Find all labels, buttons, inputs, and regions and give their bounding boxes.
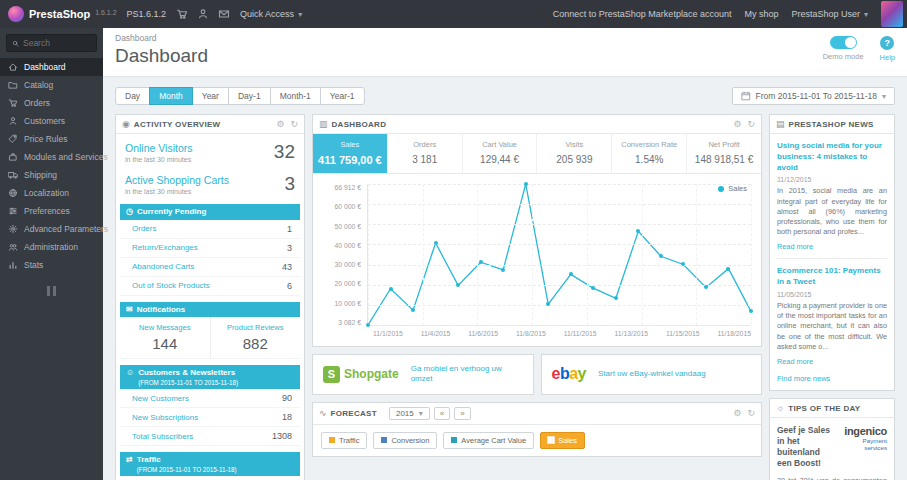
kpi-net-profit[interactable]: Net Profit 148 918,51 € bbox=[687, 134, 761, 173]
sidebar-item-price-rules[interactable]: Price Rules bbox=[0, 130, 103, 148]
new-subscriptions-link[interactable]: New Subscriptions bbox=[132, 413, 198, 422]
sidebar-item-label: Preferences bbox=[24, 206, 70, 216]
read-more-link[interactable]: Read more bbox=[777, 242, 813, 251]
pending-returns-link[interactable]: Return/Exchanges bbox=[132, 243, 198, 252]
user-menu[interactable]: PrestaShop User ▾ bbox=[791, 9, 868, 19]
filter-day-button[interactable]: Day bbox=[115, 87, 150, 105]
news-article-title[interactable]: Ecommerce 101: Payments in a Tweet bbox=[777, 266, 887, 288]
forecast-legend-traffic[interactable]: Traffic bbox=[321, 432, 367, 449]
ebay-link[interactable]: Start uw eBay-winkel vandaag bbox=[598, 369, 706, 379]
forecast-prev-button[interactable]: « bbox=[434, 407, 450, 420]
data-point[interactable] bbox=[546, 302, 550, 306]
data-point[interactable] bbox=[389, 287, 393, 291]
user-avatar[interactable] bbox=[881, 1, 903, 27]
panel-settings-icon[interactable]: ⚙ bbox=[733, 408, 741, 418]
gridline bbox=[751, 184, 752, 325]
find-more-news-link[interactable]: Find more news bbox=[777, 374, 887, 383]
panel-refresh-icon[interactable]: ↻ bbox=[747, 408, 755, 418]
orders-notifications-button[interactable] bbox=[176, 8, 188, 20]
kpi-visits[interactable]: Visits 205 939 bbox=[537, 134, 612, 173]
data-point[interactable] bbox=[681, 262, 685, 266]
chart-legend[interactable]: Sales bbox=[718, 184, 747, 193]
forecast-legend-conversion[interactable]: Conversion bbox=[373, 432, 437, 449]
kpi-conversion-rate[interactable]: Conversion Rate 1.54% bbox=[612, 134, 687, 173]
filter-month-minus-1-button[interactable]: Month-1 bbox=[270, 87, 321, 105]
sidebar-item-preferences[interactable]: Preferences bbox=[0, 202, 103, 220]
filter-year-button[interactable]: Year bbox=[192, 87, 229, 105]
read-more-link[interactable]: Read more bbox=[777, 357, 813, 366]
my-shop-link[interactable]: My shop bbox=[744, 9, 778, 19]
customers-notifications-button[interactable] bbox=[197, 8, 209, 20]
pending-row: Out of Stock Products 6 bbox=[120, 277, 300, 296]
search-input[interactable] bbox=[23, 38, 91, 48]
sidebar-item-localization[interactable]: Localization bbox=[0, 184, 103, 202]
data-point[interactable] bbox=[659, 254, 663, 258]
data-point[interactable] bbox=[501, 268, 505, 272]
shopgate-link[interactable]: Ga mobiel en verhoog uw omzet bbox=[411, 364, 523, 385]
data-point[interactable] bbox=[434, 241, 438, 245]
sidebar-item-orders[interactable]: Orders bbox=[0, 94, 103, 112]
new-messages-cell[interactable]: New Messages 144 bbox=[120, 317, 211, 358]
breadcrumb[interactable]: Dashboard bbox=[115, 33, 208, 43]
kpi-value: 129,44 € bbox=[465, 154, 535, 165]
out-of-stock-link[interactable]: Out of Stock Products bbox=[132, 281, 210, 290]
active-carts-link[interactable]: Active Shopping Carts bbox=[125, 174, 229, 186]
pending-orders-link[interactable]: Orders bbox=[132, 224, 156, 233]
kpi-cart-value[interactable]: Cart Value 129,44 € bbox=[463, 134, 538, 173]
filter-year-minus-1-button[interactable]: Year-1 bbox=[320, 87, 365, 105]
forecast-legend-sales[interactable]: Sales bbox=[540, 432, 585, 449]
data-point[interactable] bbox=[569, 272, 573, 276]
sidebar-item-shipping[interactable]: Shipping bbox=[0, 166, 103, 184]
panel-refresh-icon[interactable]: ↻ bbox=[290, 119, 298, 129]
sidebar-item-customers[interactable]: Customers bbox=[0, 112, 103, 130]
sidebar-search[interactable] bbox=[6, 34, 97, 52]
sidebar-item-modules[interactable]: Modules and Services bbox=[0, 148, 103, 166]
forecast-next-button[interactable]: » bbox=[454, 407, 470, 420]
data-point[interactable] bbox=[614, 296, 618, 300]
data-point[interactable] bbox=[479, 260, 483, 264]
data-point[interactable] bbox=[636, 229, 640, 233]
product-reviews-link[interactable]: Product Reviews bbox=[213, 323, 299, 332]
data-point[interactable] bbox=[524, 182, 528, 186]
date-range-picker[interactable]: From 2015-11-01 To 2015-11-18 ▾ bbox=[732, 87, 895, 105]
prestashop-logo[interactable]: PrestaShop 1.6.1.2 bbox=[8, 6, 117, 22]
sidebar-item-dashboard[interactable]: Dashboard bbox=[0, 58, 103, 76]
forecast-legend-average-cart-value[interactable]: Average Cart Value bbox=[443, 432, 534, 449]
filter-month-button[interactable]: Month bbox=[149, 87, 193, 105]
data-point[interactable] bbox=[591, 286, 595, 290]
messages-notifications-button[interactable] bbox=[218, 8, 230, 20]
data-point[interactable] bbox=[749, 309, 753, 313]
product-reviews-cell[interactable]: Product Reviews 882 bbox=[211, 317, 301, 358]
x-tick-label: 11/18/2015 bbox=[717, 330, 751, 337]
new-messages-link[interactable]: New Messages bbox=[122, 323, 208, 332]
demo-mode-toggle[interactable] bbox=[830, 36, 857, 49]
data-point[interactable] bbox=[366, 323, 370, 327]
sales-line-chart bbox=[368, 184, 751, 325]
collapse-menu-button[interactable] bbox=[44, 286, 60, 296]
sidebar-item-administration[interactable]: Administration bbox=[0, 238, 103, 256]
sidebar-item-advanced-parameters[interactable]: Advanced Parameters bbox=[0, 220, 103, 238]
quick-access-menu[interactable]: Quick Access ▾ bbox=[240, 9, 302, 19]
news-article-title[interactable]: Using social media for your business: 4 … bbox=[777, 141, 887, 173]
kpi-sales[interactable]: Sales 411 759,00 € bbox=[313, 134, 388, 173]
shop-name-link[interactable]: PS1.6.1.2 bbox=[127, 9, 167, 19]
data-point[interactable] bbox=[411, 308, 415, 312]
panel-refresh-icon[interactable]: ↻ bbox=[747, 119, 755, 129]
kpi-orders[interactable]: Orders 3 181 bbox=[388, 134, 463, 173]
data-point[interactable] bbox=[726, 267, 730, 271]
sidebar-item-stats[interactable]: Stats bbox=[0, 256, 103, 274]
abandoned-carts-link[interactable]: Abandoned Carts bbox=[132, 262, 194, 271]
new-customers-link[interactable]: New Customers bbox=[132, 394, 189, 403]
help-icon[interactable]: ? bbox=[880, 36, 894, 50]
panel-settings-icon[interactable]: ⚙ bbox=[276, 119, 284, 129]
data-point[interactable] bbox=[704, 285, 708, 289]
filter-day-minus-1-button[interactable]: Day-1 bbox=[228, 87, 271, 105]
panel-settings-icon[interactable]: ⚙ bbox=[733, 119, 741, 129]
help-link[interactable]: Help bbox=[880, 53, 895, 62]
data-point[interactable] bbox=[456, 283, 460, 287]
marketplace-link[interactable]: Connect to PrestaShop Marketplace accoun… bbox=[553, 9, 732, 19]
online-visitors-link[interactable]: Online Visitors bbox=[125, 142, 193, 154]
forecast-year-select[interactable]: 2015 ▾ bbox=[389, 407, 430, 420]
total-subscribers-link[interactable]: Total Subscribers bbox=[132, 432, 193, 441]
sidebar-item-catalog[interactable]: Catalog bbox=[0, 76, 103, 94]
